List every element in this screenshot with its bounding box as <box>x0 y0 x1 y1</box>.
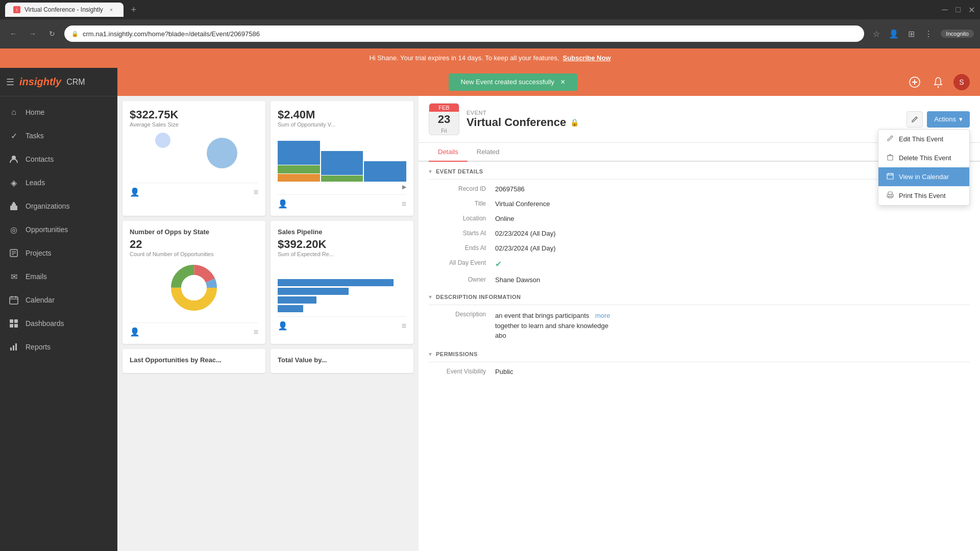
profile-button[interactable]: 👤 <box>887 27 901 41</box>
print-icon <box>887 191 894 200</box>
edit-icon <box>887 135 894 143</box>
sidebar-item-label: Tasks <box>26 132 44 140</box>
event-header-bar: Feb 23 Fri EVENT Virtual Conference 🔒 <box>419 96 980 143</box>
stacked-bar-chart <box>278 131 406 182</box>
event-type-label: EVENT <box>467 110 579 116</box>
lock-icon: 🔒 <box>71 31 79 37</box>
extensions-button[interactable]: ⊞ <box>904 27 918 41</box>
print-event-item[interactable]: Print This Event <box>878 186 969 205</box>
permissions-title: PERMISSIONS <box>436 351 478 357</box>
toast-close-button[interactable]: × <box>560 78 565 87</box>
view-calendar-item[interactable]: View in Calendar <box>878 167 969 186</box>
notifications-button[interactable] <box>930 74 946 90</box>
svg-rect-31 <box>887 173 893 179</box>
forward-button[interactable]: → <box>26 27 40 41</box>
tab-related[interactable]: Related <box>468 143 509 162</box>
person-icon-3[interactable]: 👤 <box>130 327 140 337</box>
visibility-row: Event Visibility Public <box>429 364 970 379</box>
avg-sales-panel: $322.75K Average Sales Size 👤 ≡ <box>122 101 265 216</box>
add-button[interactable] <box>906 74 923 90</box>
permissions-chevron[interactable]: ▾ <box>429 350 432 358</box>
svg-rect-15 <box>14 324 18 328</box>
edit-button[interactable] <box>906 111 923 128</box>
person-icon-2[interactable]: 👤 <box>278 199 288 209</box>
sidebar-item-leads[interactable]: ◈ Leads <box>0 171 117 194</box>
sidebar-item-emails[interactable]: ✉ Emails <box>0 265 117 288</box>
projects-icon <box>8 247 19 259</box>
sales-pipeline-panel: Sales Pipeline $392.20K Sum of Expected … <box>271 221 413 344</box>
event-title-text: Virtual Conference <box>467 116 566 129</box>
edit-event-item[interactable]: Edit This Event <box>878 130 969 148</box>
bubble-chart <box>130 128 258 179</box>
list-icon-2[interactable]: ≡ <box>402 199 406 209</box>
person-icon[interactable]: 👤 <box>130 187 140 197</box>
last-opps-panel: Last Opportunities by Reac... <box>122 349 265 373</box>
donut-chart <box>130 257 258 318</box>
desc-line1: an event that brings participants <box>495 312 589 319</box>
leads-icon: ◈ <box>8 177 19 188</box>
calendar-icon <box>8 294 19 306</box>
lock-icon: 🔒 <box>570 118 579 127</box>
total-value-panel: Total Value by... <box>271 349 413 373</box>
browser-titlebar: i Virtual Conference - Insightly × + ─ □… <box>0 0 980 19</box>
minimize-button[interactable]: ─ <box>941 6 948 13</box>
actions-dropdown-button[interactable]: Actions ▾ <box>927 111 970 128</box>
event-title: Virtual Conference 🔒 <box>467 116 579 129</box>
back-button[interactable]: ← <box>6 27 20 41</box>
address-bar[interactable]: 🔒 crm.na1.insightly.com/home?blade=/deta… <box>64 26 864 42</box>
person-icon-4[interactable]: 👤 <box>278 321 288 331</box>
hamburger-menu[interactable]: ☰ <box>6 77 14 88</box>
more-link[interactable]: more <box>595 312 610 319</box>
user-avatar[interactable]: S <box>953 74 970 90</box>
description-label: Description <box>429 311 495 318</box>
sidebar-item-organizations[interactable]: Organizations <box>0 194 117 218</box>
all-day-label: All Day Event <box>429 259 495 266</box>
sidebar-item-home[interactable]: ⌂ Home <box>0 101 117 124</box>
active-tab[interactable]: i Virtual Conference - Insightly × <box>5 3 124 17</box>
main-content: New Event created successfully × S <box>117 68 980 551</box>
sidebar-item-reports[interactable]: Reports <box>0 335 117 359</box>
owner-label: Owner <box>429 276 495 283</box>
toast-message: New Event created successfully <box>461 78 555 86</box>
event-month: Feb <box>429 104 459 112</box>
tab-title: Virtual Conference - Insightly <box>24 6 103 13</box>
bookmark-button[interactable]: ☆ <box>869 27 884 41</box>
subscribe-link[interactable]: Subscribe Now <box>563 54 611 62</box>
menu-button[interactable]: ⋮ <box>921 27 936 41</box>
insightly-logo: insightly <box>19 76 61 88</box>
sidebar-nav: ⌂ Home ✓ Tasks Contacts ◈ Leads <box>0 96 117 551</box>
tab-favicon: i <box>13 6 20 13</box>
description-chevron[interactable]: ▾ <box>429 293 432 300</box>
sidebar-item-calendar[interactable]: Calendar <box>0 288 117 312</box>
num-opps-title: Number of Opps by State <box>130 228 258 236</box>
expand-icon[interactable]: ▶ <box>278 184 406 190</box>
location-label: Location <box>429 215 495 222</box>
sidebar-item-label: Opportunities <box>26 226 68 234</box>
sidebar-item-label: Calendar <box>26 296 55 304</box>
section-chevron[interactable]: ▾ <box>429 168 432 175</box>
list-icon-3[interactable]: ≡ <box>254 328 258 337</box>
avg-sales-subtitle: Average Sales Size <box>130 121 258 128</box>
list-icon[interactable]: ≡ <box>254 188 258 197</box>
reload-button[interactable]: ↻ <box>45 27 59 41</box>
tab-close-button[interactable]: × <box>107 6 115 14</box>
description-title: DESCRIPTION INFORMATION <box>436 294 521 300</box>
list-icon-4[interactable]: ≡ <box>402 321 406 331</box>
svg-rect-8 <box>10 297 18 304</box>
maximize-button[interactable]: □ <box>954 6 962 13</box>
close-button[interactable]: ✕ <box>968 6 975 13</box>
ends-at-row: Ends At 02/23/2024 (All Day) <box>429 241 970 256</box>
sidebar-item-projects[interactable]: Projects <box>0 241 117 265</box>
panel-footer-3: 👤 ≡ <box>130 322 258 337</box>
new-tab-button[interactable]: + <box>128 4 140 16</box>
num-opps-panel: Number of Opps by State 22 Count of Numb… <box>122 221 265 344</box>
sidebar-item-opportunities[interactable]: ◎ Opportunities <box>0 218 117 241</box>
tab-details[interactable]: Details <box>429 143 468 162</box>
panel-footer: 👤 ≡ <box>130 183 258 197</box>
all-day-value: ✔ <box>495 259 502 269</box>
sidebar-item-contacts[interactable]: Contacts <box>0 147 117 171</box>
sidebar-item-label: Emails <box>26 272 47 281</box>
delete-event-item[interactable]: Delete This Event <box>878 148 969 167</box>
sidebar-item-dashboards[interactable]: Dashboards <box>0 312 117 335</box>
sidebar-item-tasks[interactable]: ✓ Tasks <box>0 124 117 147</box>
